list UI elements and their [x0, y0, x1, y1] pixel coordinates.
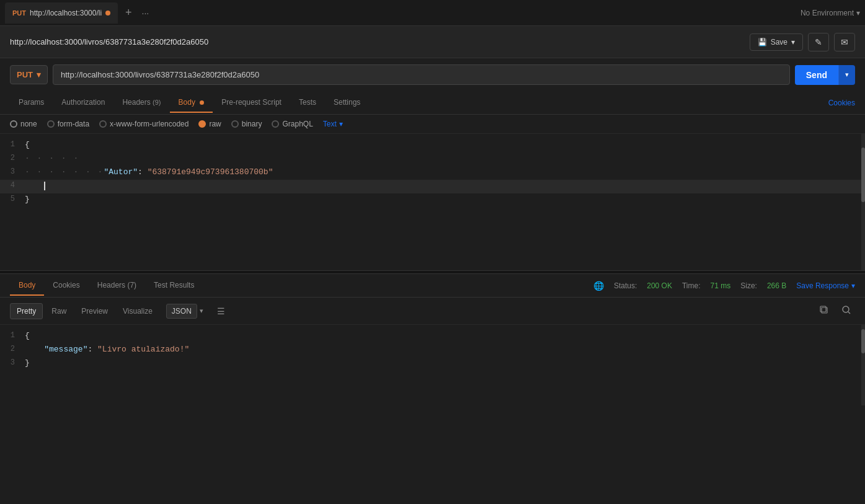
tab-url: http://localhost:3000/li — [30, 9, 102, 17]
send-dropdown-button[interactable]: ▾ — [838, 65, 855, 85]
url-bar: http://localhost:3000/livros/6387731a3e2… — [0, 26, 865, 58]
new-tab-button[interactable]: + — [120, 4, 137, 22]
response-tab-test-results[interactable]: Test Results — [145, 276, 203, 296]
radio-binary-label: binary — [242, 120, 262, 128]
code-line-3: 3 · · · · · · ·"Autor": "638791e949c9739… — [0, 166, 865, 180]
tab-params[interactable]: Params — [10, 93, 53, 113]
svg-rect-0 — [822, 307, 827, 313]
response-status-bar: 🌐 Status: 200 OK Time: 71 ms Size: 266 B… — [593, 281, 855, 291]
url-input[interactable] — [53, 64, 790, 85]
raw-type-selector[interactable]: Text ▾ — [323, 120, 343, 128]
response-body-editor: 1 { 2 "message": "Livro atulaizado!" 3 } — [0, 325, 865, 405]
request-body-editor[interactable]: 1 { 2 · · · · · 3 · · · · · · ·"Autor": … — [0, 134, 865, 270]
tab-pre-request-script[interactable]: Pre-request Script — [213, 93, 290, 113]
editor-scrollbar-thumb[interactable] — [861, 148, 865, 202]
format-tab-preview[interactable]: Preview — [75, 304, 114, 319]
request-bar: PUT ▾ Send ▾ — [0, 58, 865, 91]
radio-graphql-label: GraphQL — [282, 120, 313, 128]
edit-button[interactable]: ✎ — [808, 33, 829, 51]
radio-binary[interactable]: binary — [231, 120, 262, 128]
tab-bar: PUT http://localhost:3000/li + ··· No En… — [0, 0, 865, 26]
resp-code-line-1: 1 { — [0, 330, 865, 343]
comment-button[interactable]: ✉ — [834, 33, 855, 51]
radio-none[interactable]: none — [10, 120, 37, 128]
response-scrollbar-track — [861, 325, 865, 405]
format-bar: Pretty Raw Preview Visualize JSON ▾ ☰ — [0, 298, 865, 325]
body-dot — [200, 100, 204, 105]
radio-form-data-label: form-data — [58, 120, 89, 128]
tab-dirty-dot — [105, 11, 110, 15]
svg-rect-1 — [820, 306, 826, 312]
code-line-4: 4 — [0, 180, 865, 193]
text-cursor — [44, 182, 45, 190]
editor-scrollbar-track — [861, 134, 865, 270]
radio-raw-label: raw — [209, 120, 221, 128]
resp-code-line-3: 3 } — [0, 357, 865, 371]
response-scrollbar-thumb[interactable] — [861, 329, 865, 353]
tab-headers[interactable]: Headers (9) — [113, 93, 169, 113]
format-tab-pretty[interactable]: Pretty — [10, 303, 43, 319]
active-tab[interactable]: PUT http://localhost:3000/li — [5, 2, 118, 24]
code-line-1: 1 { — [0, 139, 865, 153]
response-tab-headers[interactable]: Headers (7) — [89, 276, 145, 296]
response-tab-body[interactable]: Body — [10, 276, 44, 296]
method-select[interactable]: PUT ▾ — [10, 65, 48, 84]
filter-icon[interactable]: ☰ — [213, 304, 229, 319]
code-line-2: 2 · · · · · — [0, 153, 865, 166]
size-value: 266 B — [767, 281, 786, 290]
response-actions — [815, 303, 855, 319]
radio-raw[interactable]: raw — [198, 120, 221, 128]
tab-body[interactable]: Body — [170, 93, 213, 113]
radio-none-dot — [10, 120, 17, 128]
format-tab-raw[interactable]: Raw — [45, 304, 73, 319]
radio-urlencoded[interactable]: x-www-form-urlencoded — [99, 120, 189, 128]
radio-raw-dot — [198, 120, 206, 128]
tab-settings[interactable]: Settings — [325, 93, 369, 113]
format-tab-visualize[interactable]: Visualize — [117, 304, 159, 319]
save-response-chevron-icon: ▾ — [851, 281, 855, 290]
cookies-link[interactable]: Cookies — [828, 99, 855, 107]
search-response-button[interactable] — [838, 303, 855, 319]
search-icon — [841, 305, 851, 315]
svg-line-3 — [848, 312, 850, 314]
time-label: Time: — [682, 281, 701, 290]
status-value: 200 OK — [647, 281, 672, 290]
method-chevron-icon: ▾ — [37, 70, 41, 79]
chevron-down-icon: ▾ — [856, 9, 860, 17]
response-tabs-bar: Body Cookies Headers (7) Test Results 🌐 … — [0, 274, 865, 298]
environment-label: No Environment — [801, 9, 854, 17]
radio-form-data[interactable]: form-data — [47, 120, 89, 128]
edit-icon: ✎ — [815, 37, 822, 47]
radio-graphql-dot — [272, 120, 279, 128]
tab-authorization[interactable]: Authorization — [53, 93, 113, 113]
body-type-bar: none form-data x-www-form-urlencoded raw… — [0, 115, 865, 134]
save-button[interactable]: 💾 Save ▾ — [750, 33, 803, 51]
copy-icon — [819, 305, 829, 315]
comment-icon: ✉ — [841, 37, 848, 47]
status-label: Status: — [614, 281, 637, 290]
radio-form-data-dot — [47, 120, 55, 128]
more-tabs-button[interactable]: ··· — [137, 6, 154, 20]
response-tab-cookies[interactable]: Cookies — [44, 276, 88, 296]
size-label: Size: — [740, 281, 757, 290]
raw-type-chevron-icon: ▾ — [339, 120, 343, 128]
globe-icon: 🌐 — [593, 281, 604, 291]
tab-tests[interactable]: Tests — [290, 93, 325, 113]
radio-graphql[interactable]: GraphQL — [272, 120, 313, 128]
save-response-label: Save Response — [796, 281, 849, 290]
code-line-5: 5 } — [0, 193, 865, 207]
url-actions: 💾 Save ▾ ✎ ✉ — [750, 33, 855, 51]
json-format-label: JSON — [166, 304, 197, 319]
radio-urlencoded-dot — [99, 120, 107, 128]
save-dropdown-icon: ▾ — [791, 38, 795, 46]
save-response-button[interactable]: Save Response ▾ — [796, 281, 855, 290]
radio-urlencoded-label: x-www-form-urlencoded — [110, 120, 189, 128]
send-group: Send ▾ — [795, 65, 855, 85]
url-display: http://localhost:3000/livros/6387731a3e2… — [10, 37, 750, 46]
json-format-chevron-icon[interactable]: ▾ — [197, 307, 206, 315]
send-button[interactable]: Send — [795, 65, 838, 85]
raw-type-label: Text — [323, 120, 337, 128]
copy-response-button[interactable] — [815, 303, 833, 319]
environment-selector[interactable]: No Environment ▾ — [801, 9, 860, 17]
json-format-selector[interactable]: JSON ▾ — [166, 304, 206, 319]
